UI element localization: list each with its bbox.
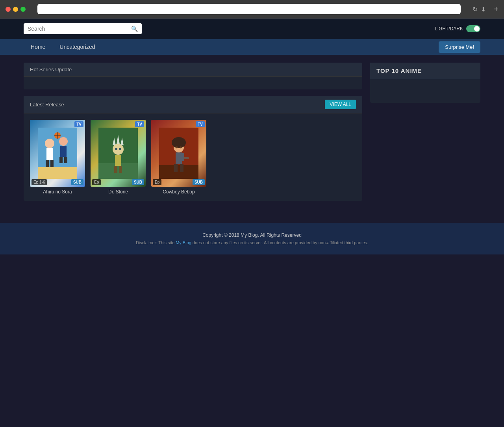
maximize-button[interactable] [20,7,26,12]
anime-image-cowboy [151,120,206,187]
search-input[interactable] [28,26,129,32]
hot-series-header: Hot Series Update [24,63,362,77]
anime-title-cowboy: Cowboy Bebop [151,189,206,195]
browser-actions: ↻ ⬇ [472,6,486,13]
latest-release-section: Latest Release VIEW ALL [24,96,362,201]
browser-chrome: ↻ ⬇ + [0,0,504,19]
anime-thumb-ahiru: TV Ep 1-6 SUB [30,120,85,187]
anime-thumb-cowboy: TV Ep SUB [151,120,206,187]
svg-rect-3 [46,148,53,160]
svg-rect-4 [46,160,49,167]
theme-label: LIGHT/DARK [435,26,463,32]
nav-home[interactable]: Home [24,39,52,55]
left-column: Hot Series Update Latest Release VIEW AL… [24,63,362,207]
nav-links: Home Uncategorized [24,39,102,55]
anime-thumb-drstone: TV Ep SUB [91,120,146,187]
top10-section: TOP 10 ANIME [370,63,480,103]
anime-card-ahiru[interactable]: TV Ep 1-6 SUB Ahiru no Sora [30,120,85,195]
top10-body [370,79,480,103]
traffic-lights [6,7,26,12]
hot-series-title: Hot Series Update [30,67,72,72]
view-all-button[interactable]: VIEW ALL [325,100,356,109]
svg-point-2 [45,139,54,148]
svg-rect-5 [50,160,54,167]
badge-ep-cowboy: Ep [153,179,161,185]
svg-point-6 [59,137,68,146]
latest-release-title: Latest Release [30,102,64,108]
ahiru-art [38,128,77,179]
disclaimer-post: does not store any files on its server. … [191,240,368,245]
anime-grid: TV Ep 1-6 SUB Ahiru no Sora [30,120,356,195]
myblog-link[interactable]: My Blog [176,240,191,245]
anime-image-ahiru [30,120,85,187]
hot-series-body [24,77,362,89]
nav-bar: Home Uncategorized Surprise Me! [0,39,504,55]
anime-card-cowboy[interactable]: TV Ep SUB Cowboy Bebop [151,120,206,195]
badge-ep-ahiru: Ep 1-6 [32,179,47,185]
badge-sub-ahiru: SUB [71,179,83,185]
minimize-button[interactable] [13,7,18,12]
close-button[interactable] [6,7,11,12]
disclaimer-pre: Disclaimer: This site [136,240,176,245]
badge-tv-ahiru: TV [74,121,83,127]
search-box[interactable]: 🔍 [24,23,142,34]
site-wrapper: 🔍 LIGHT/DARK Home Uncategorized Surprise… [0,19,504,255]
search-icon: 🔍 [131,26,138,32]
hot-series-section: Hot Series Update [24,63,362,89]
latest-release-header-row: Latest Release VIEW ALL [24,96,362,113]
anime-title-drstone: Dr. Stone [91,189,146,195]
badge-sub-cowboy: SUB [193,179,205,185]
svg-rect-24 [98,128,138,179]
toggle-knob [474,26,480,32]
anime-card-drstone[interactable]: TV Ep SUB Dr. Stone [91,120,146,195]
download-icon[interactable]: ⬇ [481,6,486,13]
surprise-me-button[interactable]: Surprise Me! [439,41,480,53]
latest-release-body: TV Ep 1-6 SUB Ahiru no Sora [24,113,362,201]
svg-rect-9 [64,157,67,163]
theme-toggle-area: LIGHT/DARK [435,25,480,32]
svg-rect-7 [60,146,67,157]
header-bar: 🔍 LIGHT/DARK [0,19,504,39]
drstone-art [98,128,138,179]
refresh-icon[interactable]: ↻ [472,6,478,13]
svg-rect-36 [159,128,198,179]
right-column: TOP 10 ANIME [370,63,480,207]
svg-rect-1 [38,167,77,179]
badge-sub-drstone: SUB [132,179,144,185]
badge-tv-drstone: TV [135,121,144,127]
theme-toggle-switch[interactable] [466,25,480,32]
footer-copyright: Copyright © 2018 My Blog. All Rights Res… [24,232,480,238]
cowboy-art [159,128,198,179]
nav-uncategorized[interactable]: Uncategorized [52,39,102,55]
footer: Copyright © 2018 My Blog. All Rights Res… [0,223,504,254]
new-tab-button[interactable]: + [494,5,498,14]
badge-tv-cowboy: TV [196,121,205,127]
url-bar[interactable] [37,4,461,14]
anime-image-drstone [91,120,146,187]
top10-header: TOP 10 ANIME [370,63,480,79]
svg-rect-8 [59,157,63,163]
footer-disclaimer: Disclaimer: This site My Blog does not s… [24,240,480,245]
badge-ep-drstone: Ep [92,179,101,185]
main-content: Hot Series Update Latest Release VIEW AL… [0,55,504,215]
anime-title-ahiru: Ahiru no Sora [30,189,85,195]
